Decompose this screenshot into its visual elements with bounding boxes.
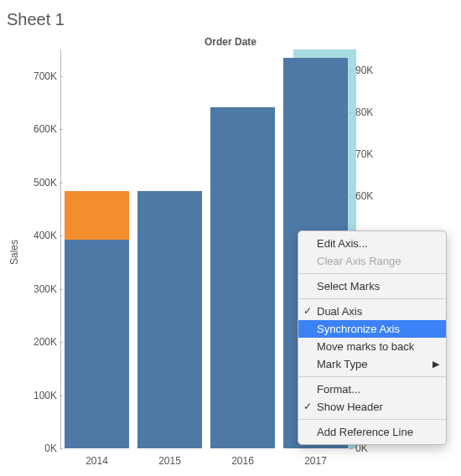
context-menu-item-select-marks[interactable]: Select Marks: [298, 277, 446, 295]
y-left-tick: 700K: [23, 70, 57, 82]
context-menu-separator: [298, 419, 446, 420]
context-menu-item-label: Select Marks: [317, 280, 380, 292]
context-menu-separator: [298, 273, 446, 274]
context-menu-item-move-marks-to-back[interactable]: Move marks to back: [298, 338, 446, 355]
context-menu-separator: [298, 376, 446, 377]
y-left-tick: 100K: [23, 390, 57, 401]
y-right-tick: 60K: [355, 190, 386, 202]
y-right-tick: 80K: [355, 106, 386, 118]
context-menu-item-label: Move marks to back: [317, 340, 414, 353]
bar-slot: [206, 49, 279, 448]
y-left-tick: 300K: [23, 283, 57, 295]
bar-slot: [60, 49, 133, 448]
bar-slot: [133, 49, 206, 448]
y-right-tick: 70K: [355, 148, 386, 160]
bar-blue[interactable]: [65, 240, 129, 448]
context-menu-item-label: Dual Axis: [317, 305, 362, 318]
y-axis-title: Sales: [8, 240, 20, 265]
context-menu-item-label: Clear Axis Range: [317, 255, 401, 267]
context-menu-item-label: Edit Axis...: [317, 237, 368, 250]
context-menu-item-label: Synchronize Axis: [317, 323, 400, 335]
context-menu-item-dual-axis[interactable]: ✓Dual Axis: [298, 303, 446, 320]
axis-context-menu[interactable]: Edit Axis...Clear Axis RangeSelect Marks…: [298, 230, 447, 445]
context-menu-item-clear-axis-range: Clear Axis Range: [298, 252, 446, 270]
bar-blue[interactable]: [137, 191, 202, 448]
y-right-tick: 90K: [355, 65, 386, 76]
x-category-label: 2015: [133, 455, 206, 467]
x-category-label: 2016: [206, 455, 279, 467]
y-left-tick: 500K: [23, 177, 57, 189]
chevron-right-icon: ▶: [433, 359, 439, 370]
context-menu-item-mark-type[interactable]: Mark Type▶: [298, 355, 446, 373]
x-axis-title: Order Date: [0, 34, 461, 48]
context-menu-item-label: Format...: [317, 383, 360, 396]
context-menu-item-label: Show Header: [317, 401, 383, 413]
context-menu-item-add-reference-line[interactable]: Add Reference Line: [298, 423, 446, 441]
chart-area: Order Date Sales 0K100K200K300K400K500K6…: [0, 34, 461, 470]
y-left-tick: 200K: [23, 336, 57, 348]
check-icon: ✓: [303, 305, 312, 317]
context-menu-item-show-header[interactable]: ✓Show Header: [298, 398, 446, 416]
context-menu-item-format[interactable]: Format...: [298, 380, 446, 398]
y-left-tick: 400K: [23, 230, 57, 241]
bar-blue[interactable]: [210, 107, 275, 448]
check-icon: ✓: [303, 401, 312, 412]
context-menu-item-synchronize-axis[interactable]: Synchronize Axis: [298, 320, 446, 338]
context-menu-item-edit-axis[interactable]: Edit Axis...: [298, 235, 446, 252]
x-category-label: 2017: [279, 455, 352, 467]
y-left-tick: 0K: [23, 442, 57, 454]
context-menu-item-label: Mark Type: [317, 358, 367, 370]
sheet-title: Sheet 1: [0, 0, 461, 34]
bar-orange[interactable]: [65, 191, 129, 240]
y-left-tick: 600K: [23, 123, 57, 135]
context-menu-item-label: Add Reference Line: [317, 426, 413, 438]
context-menu-separator: [298, 298, 446, 299]
x-category-label: 2014: [60, 455, 133, 467]
